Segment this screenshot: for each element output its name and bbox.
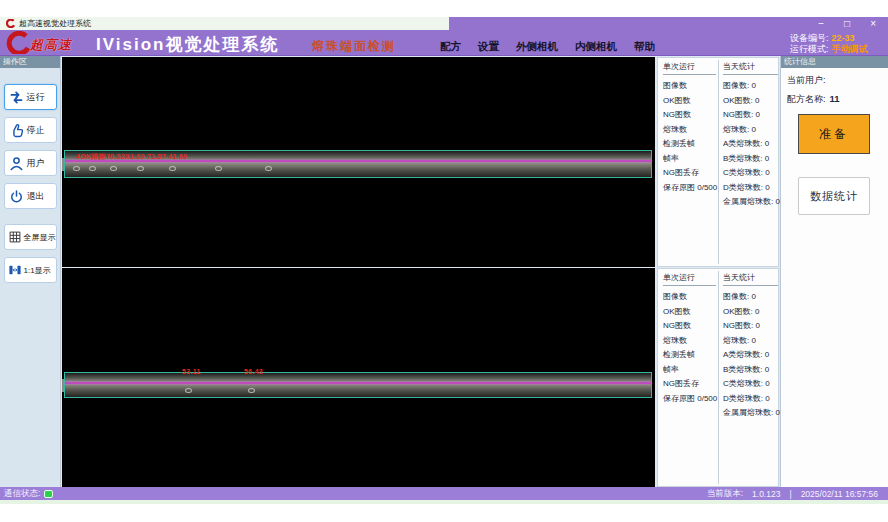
- stat-value: 熔珠数: 0: [723, 123, 778, 138]
- status-datetime: 2025/02/11 16:57:56: [801, 489, 878, 499]
- app-window: 超高速视觉处理系统 − □ × 超高速 IVision视觉处理系统 熔珠端面检测…: [0, 0, 888, 522]
- stat-value: A类熔珠数: 0: [723, 137, 778, 152]
- version-label: 当前版本:: [707, 488, 743, 500]
- user-button-label: 用户: [27, 157, 45, 170]
- fullscreen-button[interactable]: 全屏显示: [4, 224, 57, 250]
- stat-value: D类熔珠数: 0: [723, 181, 778, 196]
- data-statistics-button[interactable]: 数据统计: [798, 177, 870, 215]
- stat-label: 检测丢帧: [663, 137, 716, 152]
- operation-sidebar: 操作区 运行 停止 用户: [0, 56, 61, 487]
- stat-label: 保存原图 0/500: [663, 392, 716, 407]
- stat-label: OK图数: [663, 305, 716, 320]
- close-button[interactable]: ×: [870, 17, 876, 30]
- stat-label: NG图丢存: [663, 166, 716, 181]
- stat-label: NG图丢存: [663, 377, 716, 392]
- user-icon: [8, 155, 25, 172]
- comm-status-indicator: [44, 490, 53, 498]
- run-cycle-icon: [8, 89, 25, 106]
- stat-value: 图像数: 0: [723, 290, 778, 305]
- menu-item-recipe[interactable]: 配方: [440, 40, 461, 54]
- stat-label: 图像数: [663, 290, 716, 305]
- detection-mark: [215, 166, 222, 171]
- one-to-one-button[interactable]: 1:1显示: [4, 257, 57, 283]
- statistics-info-panel: 统计信息 当前用户: 配方名称:11 准备 数据统计: [780, 56, 888, 487]
- minimize-button[interactable]: −: [818, 17, 824, 30]
- detection-mark: [248, 388, 255, 393]
- stat-value: B类熔珠数: 0: [723, 363, 778, 378]
- single-run-title: 单次运行: [663, 272, 716, 286]
- menu-item-help[interactable]: 帮助: [634, 40, 655, 54]
- fullscreen-button-label: 全屏显示: [24, 232, 56, 243]
- column-divider: [718, 271, 719, 484]
- maximize-button[interactable]: □: [844, 17, 850, 30]
- today-stats-title: 当天统计: [723, 272, 778, 286]
- stat-value: A类熔珠数: 0: [723, 348, 778, 363]
- status-bar: 通信状态: 当前版本: 1.0.123 | 2025/02/11 16:57:5…: [0, 487, 888, 500]
- stat-label: 图像数: [663, 79, 716, 94]
- stat-label: NG图数: [663, 319, 716, 334]
- measurement-annotation: 56.43: [244, 368, 263, 375]
- stop-button[interactable]: 停止: [4, 117, 57, 143]
- window-titlebar: 超高速视觉处理系统: [0, 17, 449, 30]
- power-icon: [8, 188, 25, 205]
- prepare-button[interactable]: 准备: [798, 114, 870, 154]
- stat-label: NG图数: [663, 108, 716, 123]
- app-logo-icon: [6, 19, 15, 28]
- stop-hand-icon: [8, 122, 25, 139]
- bottom-edge-strip: [0, 500, 888, 504]
- comm-status-label: 通信状态:: [4, 488, 40, 500]
- detection-mark: [169, 166, 176, 171]
- one-to-one-icon: [8, 263, 22, 277]
- device-id-label: 设备编号:: [790, 33, 829, 43]
- window-controls: − □ ×: [818, 17, 876, 30]
- stop-button-label: 停止: [27, 124, 45, 137]
- stat-value: 金属屑熔珠数: 0: [723, 406, 778, 421]
- app-title: IVision视觉处理系统: [96, 33, 279, 56]
- run-button[interactable]: 运行: [4, 84, 57, 110]
- stat-value: OK图数: 0: [723, 94, 778, 109]
- recipe-name-label: 配方名称:: [787, 94, 826, 104]
- user-button[interactable]: 用户: [4, 150, 57, 176]
- camera-view-outer[interactable]: 4OK排距70.82X1.69 71.57 41.69: [62, 57, 655, 267]
- stat-value: C类熔珠数: 0: [723, 166, 778, 181]
- stat-value: D类熔珠数: 0: [723, 392, 778, 407]
- stats-panel-inner: 单次运行 图像数 OK图数 NG图数 熔珠数 检测丢帧 帧率 NG图丢存 保存原…: [657, 268, 779, 487]
- brand-name: 超高速: [30, 36, 72, 54]
- detection-mark: [73, 166, 80, 171]
- menu-item-inner-camera[interactable]: 内侧相机: [575, 40, 617, 54]
- stat-value: NG图数: 0: [723, 108, 778, 123]
- stat-value: C类熔珠数: 0: [723, 377, 778, 392]
- stat-value: OK图数: 0: [723, 305, 778, 320]
- device-info: 设备编号:22-33 运行模式:手动调试: [790, 33, 868, 55]
- stat-value: 图像数: 0: [723, 79, 778, 94]
- stat-value: B类熔珠数: 0: [723, 152, 778, 167]
- measurement-annotation: 53.11: [182, 368, 201, 375]
- menu-item-outer-camera[interactable]: 外侧相机: [516, 40, 558, 54]
- run-mode-label: 运行模式:: [790, 44, 829, 54]
- detection-mark: [265, 166, 272, 171]
- stat-label: 保存原图 0/500: [663, 181, 716, 196]
- fullscreen-grid-icon: [8, 230, 22, 244]
- stat-value: 金属屑熔珠数: 0: [723, 195, 778, 210]
- stat-label: 熔珠数: [663, 334, 716, 349]
- detection-mark: [185, 388, 192, 393]
- exit-button[interactable]: 退出: [4, 183, 57, 209]
- detection-mark: [110, 166, 117, 171]
- stats-panel-outer: 单次运行 图像数 OK图数 NG图数 熔珠数 检测丢帧 帧率 NG图丢存 保存原…: [657, 57, 779, 267]
- device-id-value: 22-33: [832, 33, 855, 43]
- menu-item-settings[interactable]: 设置: [478, 40, 499, 54]
- stat-label: 熔珠数: [663, 123, 716, 138]
- status-separator: |: [789, 489, 791, 499]
- recipe-name-value: 11: [830, 93, 840, 104]
- weld-seam-line: [65, 382, 651, 384]
- detection-mark: [89, 166, 96, 171]
- stat-label: 帧率: [663, 363, 716, 378]
- main-menu: 配方 设置 外侧相机 内侧相机 帮助: [440, 40, 655, 54]
- stat-label: 帧率: [663, 152, 716, 167]
- camera-view-inner[interactable]: 53.11 56.43: [62, 268, 655, 487]
- sidebar-title: 操作区: [0, 56, 60, 68]
- single-run-title: 单次运行: [663, 61, 716, 75]
- weld-strip-image: [64, 372, 652, 398]
- version-value: 1.0.123: [752, 489, 780, 499]
- exit-button-label: 退出: [27, 190, 45, 203]
